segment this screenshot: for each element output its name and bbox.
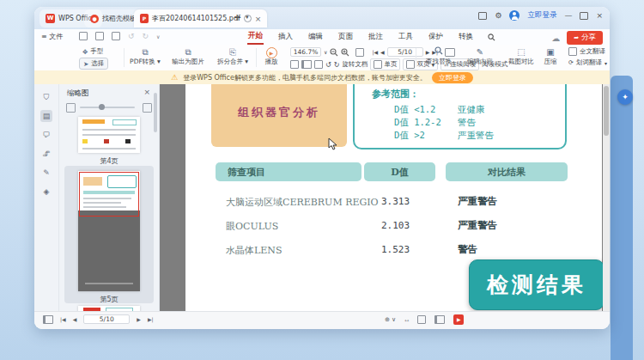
notice-login-button[interactable]: 立即登录 <box>432 72 473 83</box>
find-replace-icon <box>434 46 443 55</box>
split-screen-icon[interactable] <box>478 12 487 20</box>
more-panel-icon[interactable]: ◈ <box>40 186 52 198</box>
minimize-button[interactable]: — <box>564 11 572 20</box>
status-page-input[interactable]: 5/10 <box>83 314 130 324</box>
slider-track[interactable] <box>80 107 135 108</box>
ribbon-tab-page[interactable]: 页面 <box>337 30 354 44</box>
play-button[interactable]: ▶ 播放 <box>258 46 285 66</box>
cloud-sync-icon[interactable]: ☁ <box>551 34 560 43</box>
share-button[interactable]: ➦分享 <box>567 31 603 45</box>
rotate-left-icon[interactable]: ↺ <box>325 61 331 69</box>
rotate-right-icon[interactable]: ↻ <box>334 61 340 69</box>
fit-page-icon[interactable] <box>290 60 299 69</box>
table-header-item: 筛查项目 <box>216 162 361 181</box>
pdf-convert-button[interactable]: ⧉ PDF转换 ▾ <box>125 46 165 66</box>
reference-range-box: 参考范围： D值 <1.2亚健康 D值 1.2-2警告 D值 >2严重警告 <box>353 84 567 149</box>
translate-word-button[interactable]: 划词翻译 <box>576 58 602 67</box>
tab-list-caret-icon[interactable]: ▾ <box>246 14 249 21</box>
sidebar-toggle-icon[interactable] <box>43 315 53 324</box>
restore-button[interactable] <box>580 12 588 20</box>
thumbnail-page-5[interactable] <box>78 171 140 291</box>
assistant-floating-button[interactable]: ✦ <box>617 89 633 105</box>
zoom-caret-icon[interactable]: ∨ <box>324 49 327 55</box>
warning-icon: ⚠ <box>171 73 178 82</box>
thumb4-black-chip <box>125 139 131 143</box>
single-page-button[interactable]: 单页 <box>370 58 400 70</box>
toolbar: ✥ 手型 ➤ 选择 ⧉ PDF转换 ▾ ⧉ 输出为图片 ⎘ 拆分合并 ▾ ▶ 播… <box>34 45 610 71</box>
ribbon-tab-tools[interactable]: 工具 <box>398 30 414 44</box>
capture-compare-button[interactable]: ⬚ 截图对比 <box>501 46 541 66</box>
ribbon-tabs: 开始 插入 编辑 页面 批注 工具 保护 转换 <box>247 29 495 45</box>
document-scrollbar[interactable] <box>603 84 610 311</box>
print-icon[interactable] <box>112 32 120 40</box>
status-fit-width-icon[interactable]: ⇿ <box>404 317 409 323</box>
close-button[interactable]: × <box>596 11 603 20</box>
open-file-icon[interactable] <box>79 32 88 40</box>
redo-icon[interactable]: ↻ <box>143 32 149 40</box>
undo-icon[interactable]: ↺ <box>128 32 135 40</box>
select-tool-button[interactable]: 选择 <box>91 59 104 68</box>
fit-visible-icon[interactable] <box>314 60 323 69</box>
ribbon-tab-protect[interactable]: 保护 <box>428 30 444 44</box>
first-page-icon[interactable]: |◀ <box>372 49 378 55</box>
ribbon-tab-insert[interactable]: 插入 <box>277 30 294 44</box>
large-thumb-icon <box>143 103 152 113</box>
thumbnail-page-4[interactable] <box>78 117 140 153</box>
status-zoom-icon[interactable]: ⊕ ∨ <box>385 316 396 323</box>
fit-selection-icon[interactable] <box>355 48 364 57</box>
tab-close-icon[interactable]: × <box>255 15 262 23</box>
sidebar-scrollbar[interactable] <box>154 93 157 132</box>
split-merge-button[interactable]: ⎘ 拆分合并 ▾ <box>213 46 252 66</box>
toolbar-page-input[interactable]: 5/10 <box>387 47 423 57</box>
status-last-page-icon[interactable]: ▶| <box>148 316 154 322</box>
new-tab-button[interactable]: + <box>234 12 241 23</box>
quick-access-caret-icon[interactable]: ∨ <box>156 34 160 40</box>
sidebar-close-icon[interactable]: × <box>143 88 150 96</box>
thumbnail-panel-icon[interactable]: ▤ <box>40 110 52 122</box>
export-image-icon: ⧉ <box>168 46 208 58</box>
fit-width-icon[interactable] <box>301 60 312 69</box>
save-icon[interactable] <box>95 32 104 40</box>
annotate-panel-icon[interactable]: ✎ <box>40 167 52 179</box>
table-header-dvalue: D值 <box>364 162 435 181</box>
bookmark-panel-icon[interactable]: ⛉ <box>40 91 52 103</box>
prev-page-icon[interactable]: ◀ <box>380 49 385 55</box>
thumb4-orange-bar <box>82 119 105 124</box>
zoom-in-icon[interactable] <box>341 48 349 57</box>
find-replace-button[interactable]: 查找替换 <box>419 46 459 66</box>
comment-panel-icon[interactable]: 🗩 <box>40 129 52 141</box>
login-notice-bar: ⚠ 登录WPS Office解锁更多功能，电脑手机多端同步文档数据，账号加密更安… <box>34 70 610 85</box>
compress-button[interactable]: ▣ 压缩 <box>538 46 563 66</box>
zoom-value-box[interactable]: 146.7% <box>290 47 321 57</box>
settings-gear-icon[interactable]: ⚙ <box>495 11 501 20</box>
thumb4-teal-box <box>112 119 137 125</box>
status-play-button[interactable]: ▶ <box>453 314 464 325</box>
export-image-button[interactable]: ⧉ 输出为图片 <box>168 46 208 66</box>
rotate-doc-button[interactable]: 旋转文档 <box>342 60 368 69</box>
slider-handle[interactable] <box>99 104 105 110</box>
reference-line: D值 <1.2亚健康 <box>394 104 485 116</box>
ribbon-tab-comment[interactable]: 批注 <box>368 30 384 44</box>
status-prev-page-icon[interactable]: ◀ <box>73 316 77 322</box>
file-menu-button[interactable]: ≡ 文件 <box>41 32 63 41</box>
two-page-icon <box>406 60 415 69</box>
zoom-out-icon[interactable] <box>330 48 338 57</box>
ribbon-search-icon[interactable] <box>488 34 495 41</box>
ribbon-tab-edit[interactable]: 编辑 <box>307 30 324 44</box>
user-avatar[interactable] <box>509 10 519 21</box>
attachment-panel-icon[interactable]: 🖇 <box>40 148 52 160</box>
thumbnail-size-slider[interactable] <box>66 103 152 112</box>
titlebar-login-link[interactable]: 立即登录 <box>527 10 556 21</box>
edit-content-button[interactable]: ✎ 编辑内容 <box>460 46 500 66</box>
status-two-page-icon[interactable] <box>434 315 445 324</box>
reference-line: D值 >2严重警告 <box>394 130 494 142</box>
status-single-page-icon[interactable] <box>417 315 426 324</box>
ribbon-tab-convert[interactable]: 转换 <box>458 30 474 44</box>
status-next-page-icon[interactable]: ▶ <box>137 316 141 322</box>
ribbon-tab-home[interactable]: 开始 <box>247 29 264 45</box>
document-scrollbar-thumb[interactable] <box>604 86 609 136</box>
status-first-page-icon[interactable]: |◀ <box>60 316 66 322</box>
thumb4-yellow-chip <box>82 139 88 143</box>
translate-full-button[interactable]: 全文翻译 <box>580 47 605 56</box>
hand-tool-button[interactable]: 手型 <box>90 47 103 56</box>
